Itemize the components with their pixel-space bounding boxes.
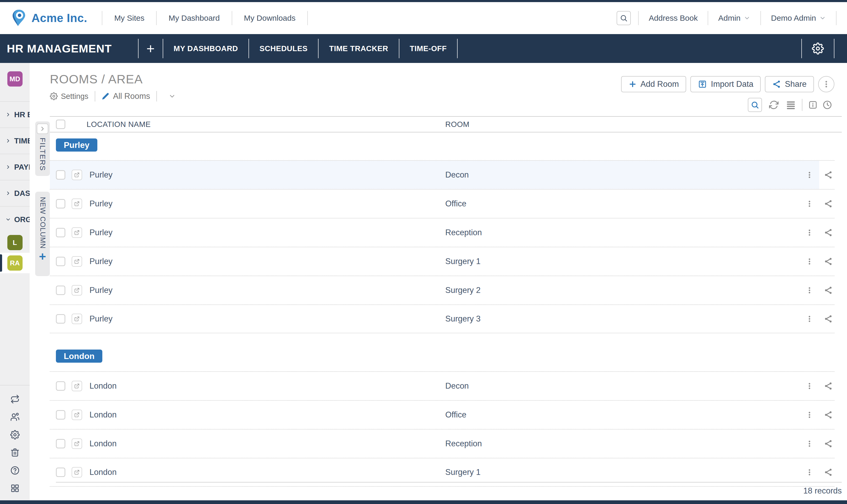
tab-time-tracker[interactable]: TIME TRACKER bbox=[319, 44, 399, 53]
row-checkbox[interactable] bbox=[56, 381, 65, 391]
open-record-icon[interactable] bbox=[72, 438, 82, 449]
avatar[interactable]: MD bbox=[7, 71, 22, 87]
table-search-button[interactable] bbox=[748, 98, 762, 112]
row-checkbox[interactable] bbox=[56, 314, 65, 324]
row-menu-icon[interactable] bbox=[806, 468, 813, 476]
table-row[interactable]: Purley Surgery 2 bbox=[50, 275, 834, 304]
row-menu-icon[interactable] bbox=[806, 257, 813, 265]
tab-time-off[interactable]: TIME-OFF bbox=[399, 44, 457, 53]
settings-button[interactable] bbox=[10, 430, 20, 439]
row-menu-icon[interactable] bbox=[806, 315, 813, 323]
column-header-location[interactable]: LOCATION NAME bbox=[87, 120, 151, 129]
group-badge[interactable]: London bbox=[56, 349, 102, 363]
sidebar-item-hr-essentials[interactable]: HR ES bbox=[0, 101, 30, 127]
row-menu-icon[interactable] bbox=[806, 440, 813, 448]
share-button[interactable]: Share bbox=[765, 76, 814, 92]
sidebar-item-time[interactable]: TIME bbox=[0, 127, 30, 154]
sidebar-item-organization[interactable]: ORGA bbox=[0, 206, 30, 232]
global-search-button[interactable] bbox=[617, 11, 631, 25]
row-checkbox[interactable] bbox=[56, 439, 65, 448]
brand[interactable]: Acme Inc. bbox=[12, 9, 87, 27]
row-share-icon[interactable] bbox=[824, 314, 833, 323]
select-all-checkbox[interactable] bbox=[56, 120, 65, 129]
sidebar-item-dashboards[interactable]: DASH bbox=[0, 180, 30, 206]
group-badge[interactable]: Purley bbox=[56, 139, 98, 151]
row-share-icon[interactable] bbox=[824, 199, 833, 208]
row-share-icon[interactable] bbox=[824, 286, 833, 295]
table-row[interactable]: Purley Surgery 1 bbox=[50, 247, 834, 275]
table-row[interactable]: Purley Office bbox=[50, 189, 834, 218]
table-row[interactable]: Purley Reception bbox=[50, 218, 834, 247]
column-header-room[interactable]: ROOM bbox=[445, 120, 470, 129]
open-record-icon[interactable] bbox=[72, 467, 82, 478]
expand-filters-button[interactable] bbox=[37, 124, 48, 134]
table-row[interactable]: Purley Decon bbox=[50, 160, 834, 189]
row-menu-icon[interactable] bbox=[806, 286, 813, 294]
row-checkbox[interactable] bbox=[56, 170, 65, 180]
open-record-icon[interactable] bbox=[72, 285, 82, 295]
sidebar-item-payroll[interactable]: PAYR bbox=[0, 154, 30, 180]
import-data-button[interactable]: Import Data bbox=[690, 76, 761, 92]
table-row[interactable]: London Reception bbox=[50, 429, 834, 458]
chevron-down-icon[interactable] bbox=[169, 93, 176, 100]
row-checkbox[interactable] bbox=[56, 228, 65, 237]
row-menu-icon[interactable] bbox=[806, 229, 813, 236]
table-row[interactable]: London Office bbox=[50, 400, 834, 429]
admin-menu[interactable]: Admin bbox=[708, 14, 760, 22]
row-menu-icon[interactable] bbox=[806, 200, 813, 208]
nav-item-my-downloads[interactable]: My Downloads bbox=[232, 14, 307, 22]
pencil-icon[interactable] bbox=[102, 92, 109, 100]
row-checkbox[interactable] bbox=[56, 199, 65, 209]
add-room-button[interactable]: Add Room bbox=[621, 76, 686, 92]
row-checkbox[interactable] bbox=[56, 468, 65, 477]
history-button[interactable] bbox=[822, 100, 832, 110]
info-button[interactable] bbox=[808, 100, 818, 110]
trash-button[interactable] bbox=[10, 448, 20, 457]
row-share-icon[interactable] bbox=[824, 381, 833, 391]
open-record-icon[interactable] bbox=[72, 170, 82, 180]
module-settings-button[interactable] bbox=[802, 42, 834, 55]
user-menu[interactable]: Demo Admin bbox=[761, 14, 836, 22]
row-menu-icon[interactable] bbox=[806, 382, 813, 390]
open-record-icon[interactable] bbox=[72, 381, 82, 391]
org-avatar-row[interactable]: L bbox=[0, 232, 30, 253]
row-checkbox[interactable] bbox=[56, 410, 65, 419]
switch-module-button[interactable] bbox=[10, 394, 20, 404]
open-record-icon[interactable] bbox=[72, 256, 82, 267]
row-share-icon[interactable] bbox=[824, 468, 833, 477]
view-selector[interactable]: All Rooms bbox=[113, 91, 150, 101]
row-checkbox[interactable] bbox=[56, 257, 65, 266]
open-record-icon[interactable] bbox=[72, 227, 82, 238]
row-menu-icon[interactable] bbox=[806, 171, 813, 179]
row-share-icon[interactable] bbox=[824, 170, 833, 179]
open-record-icon[interactable] bbox=[72, 313, 82, 324]
row-share-icon[interactable] bbox=[824, 257, 833, 266]
avatar[interactable]: RA bbox=[7, 255, 22, 271]
settings-link[interactable]: Settings bbox=[61, 92, 88, 101]
row-share-icon[interactable] bbox=[824, 410, 833, 419]
list-view-button[interactable] bbox=[786, 100, 796, 110]
avatar[interactable]: L bbox=[7, 235, 22, 250]
row-share-icon[interactable] bbox=[824, 228, 833, 237]
help-button[interactable] bbox=[10, 466, 20, 475]
table-row[interactable]: London Decon bbox=[50, 371, 834, 400]
open-record-icon[interactable] bbox=[72, 410, 82, 420]
nav-item-my-sites[interactable]: My Sites bbox=[102, 14, 156, 22]
row-checkbox[interactable] bbox=[56, 286, 65, 295]
apps-grid-button[interactable] bbox=[10, 484, 20, 493]
tab-schedules[interactable]: SCHEDULES bbox=[249, 44, 318, 53]
table-row[interactable]: Purley Surgery 3 bbox=[50, 304, 834, 333]
nav-item-my-dashboard[interactable]: My Dashboard bbox=[157, 14, 231, 22]
row-menu-icon[interactable] bbox=[806, 411, 813, 419]
tab-my-dashboard[interactable]: MY DASHBOARD bbox=[163, 44, 249, 53]
add-module-button[interactable]: + bbox=[139, 41, 163, 56]
open-record-icon[interactable] bbox=[72, 198, 82, 209]
more-options-button[interactable] bbox=[818, 76, 834, 92]
filters-panel-tab[interactable]: FILTERS bbox=[35, 121, 50, 176]
row-share-icon[interactable] bbox=[824, 439, 833, 448]
refresh-button[interactable] bbox=[769, 100, 779, 110]
users-button[interactable] bbox=[10, 412, 20, 422]
org-avatar-row-selected[interactable]: RA bbox=[0, 253, 30, 273]
new-column-tab[interactable]: NEW COLUMN + bbox=[35, 192, 50, 276]
address-book-link[interactable]: Address Book bbox=[639, 14, 708, 22]
